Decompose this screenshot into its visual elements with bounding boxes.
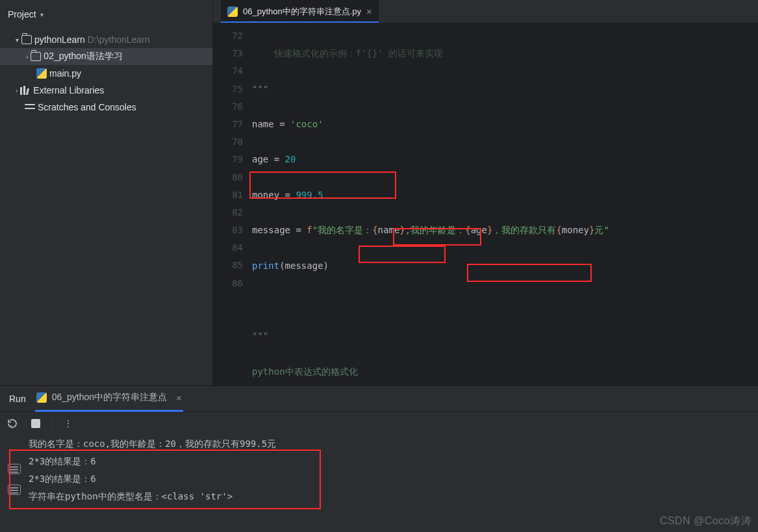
code-line-79: [252, 292, 758, 310]
tab-filename: 06_python中的字符串注意点.py: [243, 6, 361, 18]
tree-item-label: External Libraries: [33, 85, 104, 95]
more-button[interactable]: ⋮: [62, 416, 76, 431]
tree-file-main-py[interactable]: main.py: [0, 65, 212, 82]
tree-project-root[interactable]: ▾ pythonLearn D:\pythonLearn: [0, 31, 212, 48]
code-content[interactable]: 快速格式化的示例：f'{}' 的话可来实现 """ name = 'coco' …: [252, 23, 758, 385]
folder-icon: [21, 35, 32, 44]
console-output[interactable]: 我的名字是：coco,我的年龄是：20，我的存款只有999.5元 2*3的结果是…: [29, 435, 758, 532]
python-file-icon: [36, 68, 47, 79]
chevron-down-icon[interactable]: ▾: [16, 36, 19, 44]
run-panel-header: Run 06_python中的字符串注意点 ×: [0, 386, 758, 412]
tree-external-libraries[interactable]: › External Libraries: [0, 82, 212, 99]
library-icon: [20, 86, 31, 95]
run-tab[interactable]: 06_python中的字符串注意点 ×: [35, 386, 183, 412]
code-line-75: age = 20: [252, 151, 758, 168]
project-path: D:\pythonLearn: [88, 34, 150, 45]
project-panel-header[interactable]: Project ▾: [0, 0, 212, 29]
console-line: 2*3的结果是：6: [29, 453, 758, 470]
rerun-button[interactable]: [5, 416, 19, 431]
code-line-76: money = 999.5: [252, 186, 758, 204]
console-line: 字符串在python中的类型名是：<class 'str'>: [29, 488, 758, 505]
code-line-77: message = f"我的名字是：{name},我的年龄是：{age}，我的存…: [252, 222, 758, 239]
run-title: Run: [9, 394, 26, 404]
tree-item-label: Scratches and Consoles: [38, 102, 136, 112]
scroll-to-end-icon[interactable]: [8, 485, 21, 495]
code-line-72: 快速格式化的示例：f'{}' 的话可来实现: [252, 48, 443, 58]
divider: [52, 417, 53, 430]
code-line-81: python中表达式的格式化: [252, 363, 758, 381]
soft-wrap-icon[interactable]: [8, 464, 21, 474]
editor-area: 06_python中的字符串注意点.py × 7273747576 777879…: [213, 0, 758, 385]
console-line: 2*3的结果是：6: [29, 470, 758, 488]
watermark: CSDN @Coco涛涛: [660, 514, 752, 528]
editor-tabs: 06_python中的字符串注意点.py ×: [213, 0, 758, 23]
line-gutter: 7273747576 7778798081 8283848586: [213, 23, 252, 385]
run-toolbar: ⋮: [0, 412, 758, 435]
console-gutter: [0, 435, 29, 532]
project-tree: ▾ pythonLearn D:\pythonLearn › 02_python…: [0, 29, 212, 118]
console-line: 我的名字是：coco,我的年龄是：20，我的存款只有999.5元: [29, 435, 758, 453]
stop-button[interactable]: [29, 416, 43, 431]
code-editor[interactable]: 7273747576 7778798081 8283848586 快速格式化的示…: [213, 23, 758, 385]
chevron-right-icon[interactable]: ›: [26, 53, 28, 60]
project-sidebar: Project ▾ ▾ pythonLearn D:\pythonLearn ›…: [0, 0, 213, 385]
run-panel: Run 06_python中的字符串注意点 × ⋮ 我的名字是：coco,我的年…: [0, 386, 758, 532]
chevron-down-icon: ▾: [40, 11, 44, 18]
project-title: Project: [8, 9, 36, 19]
tree-item-label: main.py: [49, 68, 81, 79]
folder-icon: [31, 52, 41, 61]
close-icon[interactable]: ×: [176, 392, 182, 403]
scratches-icon: [25, 103, 35, 112]
run-console: 我的名字是：coco,我的年龄是：20，我的存款只有999.5元 2*3的结果是…: [0, 435, 758, 532]
tree-scratches[interactable]: Scratches and Consoles: [0, 99, 212, 116]
code-line-73: """: [252, 84, 268, 94]
close-icon[interactable]: ×: [366, 6, 372, 17]
chevron-right-icon[interactable]: ›: [16, 87, 18, 94]
python-file-icon: [36, 392, 47, 403]
project-name: pythonLearn: [34, 34, 85, 45]
run-tab-filename: 06_python中的字符串注意点: [52, 392, 167, 403]
editor-tab[interactable]: 06_python中的字符串注意点.py ×: [221, 0, 379, 23]
tree-folder-02-python[interactable]: › 02_python语法学习: [0, 48, 212, 65]
tree-item-label: 02_python语法学习: [44, 51, 122, 62]
code-line-74: name = 'coco': [252, 116, 758, 133]
code-line-80: """: [252, 327, 758, 345]
python-file-icon: [227, 6, 238, 17]
code-line-78: print(message): [252, 257, 758, 275]
